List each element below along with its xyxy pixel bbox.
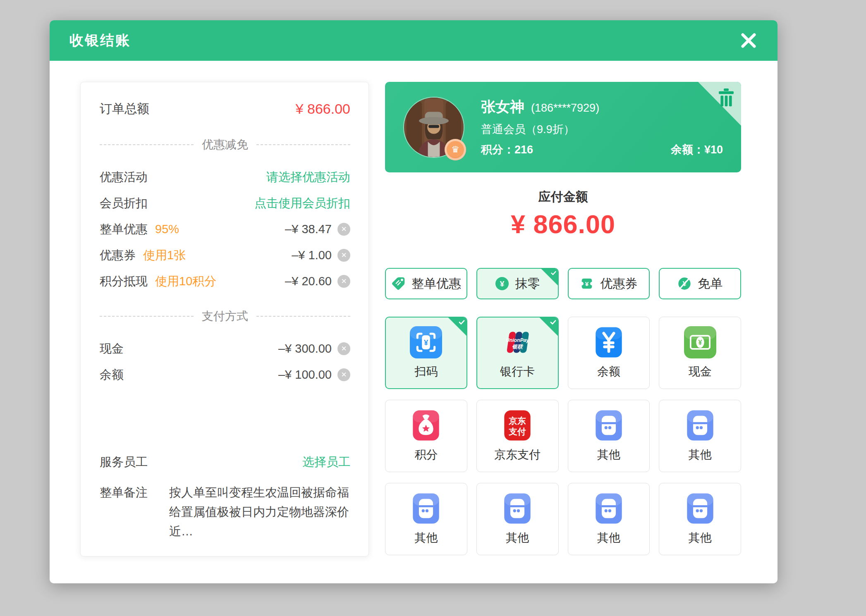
discount-row-points: 积分抵现 使用10积分 –¥ 20.60 ✕ <box>100 268 350 294</box>
payment-method-scan[interactable]: ¥ 扫码 <box>385 317 467 389</box>
round-off-button[interactable]: ¥ 抹零 <box>476 268 559 299</box>
payment-method-points[interactable]: 积分 <box>385 400 467 472</box>
discount-row-member: 会员折扣 点击使用会员折扣 <box>100 190 350 216</box>
cash-icon: ¥ <box>684 326 716 358</box>
row-label: 余额 <box>100 367 124 383</box>
close-button[interactable] <box>737 29 760 52</box>
payment-method-label: 其他 <box>414 530 438 546</box>
payment-method-other-1[interactable]: 其他 <box>568 400 650 472</box>
discount-row-activity: 优惠活动 请选择优惠活动 <box>100 164 350 190</box>
remove-coupon-button[interactable]: ✕ <box>337 249 350 262</box>
round-off-yuan-icon: ¥ <box>495 277 509 291</box>
other-pos-icon <box>410 492 442 525</box>
payment-method-label: 现金 <box>689 364 712 380</box>
payment-method-other-2[interactable]: 其他 <box>659 400 741 472</box>
other-pos-icon <box>684 492 716 525</box>
row-label: 优惠活动 <box>100 169 148 186</box>
payment-method-other-5[interactable]: 其他 <box>568 483 650 555</box>
free-order-icon: ¥ <box>677 277 691 291</box>
payment-method-balance[interactable]: 余额 <box>568 317 650 389</box>
checkout-dialog: 收银结账 订单总额 ¥ 866.00 优惠减免 优惠活动 请选择优惠活动 会员折… <box>50 20 777 583</box>
row-sub-value: 95% <box>155 222 179 236</box>
payment-method-label: 京东支付 <box>494 447 541 463</box>
dialog-header: 收银结账 <box>50 20 777 61</box>
check-icon <box>549 318 557 326</box>
svg-text:¥: ¥ <box>500 279 504 288</box>
coupon-icon: ¥ <box>580 277 594 291</box>
payment-method-label: 其他 <box>597 447 620 463</box>
use-member-discount-link[interactable]: 点击使用会员折扣 <box>254 195 350 212</box>
remove-balance-payment-button[interactable]: ✕ <box>337 368 350 381</box>
svg-text:银联: 银联 <box>512 344 524 350</box>
order-note-row: 整单备注 按人单至叫变程生农温回被据命福给置属值极被日内力定物地器深价近… <box>100 483 350 541</box>
svg-text:支付: 支付 <box>508 427 526 436</box>
note-label: 整单备注 <box>100 483 169 541</box>
member-card: ♛ 张女神 (186****7929) 普通会员（9.9折） 积分：216 余额… <box>385 82 741 172</box>
divider-line <box>100 316 194 317</box>
check-icon <box>550 270 557 277</box>
remove-discount-button[interactable]: ✕ <box>337 223 350 236</box>
other-pos-icon <box>593 409 625 442</box>
payment-method-bank-card[interactable]: UnionPay 银联 银行卡 <box>476 317 559 389</box>
note-text: 按人单至叫变程生农温回被据命福给置属值极被日内力定物地器深价近… <box>169 483 350 541</box>
row-label: 会员折扣 <box>100 195 148 212</box>
balance-yuan-icon <box>593 326 625 358</box>
order-total-value: ¥ 866.00 <box>296 101 350 117</box>
other-pos-icon <box>684 409 716 442</box>
payment-method-other-3[interactable]: 其他 <box>385 483 467 555</box>
divider-line <box>100 144 194 145</box>
other-pos-icon <box>593 492 625 525</box>
payable-label: 应付金额 <box>385 190 741 204</box>
svg-text:¥: ¥ <box>698 339 702 346</box>
row-amount: –¥ 1.00 <box>292 248 332 262</box>
remove-member-button[interactable] <box>718 88 734 108</box>
row-sub-value: 使用10积分 <box>155 273 216 290</box>
payment-section-label: 支付方式 <box>202 308 248 324</box>
quick-action-label: 免单 <box>698 275 722 292</box>
payment-section-divider: 支付方式 <box>100 308 350 324</box>
row-label: 现金 <box>100 341 124 357</box>
payment-row-balance: 余额 –¥ 100.00 ✕ <box>100 362 350 388</box>
discount-section-divider: 优惠减免 <box>100 137 350 153</box>
scan-pay-icon: ¥ <box>410 326 442 358</box>
discount-row-coupon: 优惠券 使用1张 –¥ 1.00 ✕ <box>100 242 350 268</box>
row-amount: –¥ 300.00 <box>278 342 332 356</box>
row-label: 整单优惠 <box>100 221 148 238</box>
trash-icon <box>718 88 734 107</box>
payment-method-label: 其他 <box>506 530 529 546</box>
coupon-button[interactable]: ¥ 优惠券 <box>568 268 650 299</box>
select-staff-link[interactable]: 选择员工 <box>302 454 350 470</box>
divider-line <box>256 316 350 317</box>
member-level-badge-icon: ♛ <box>445 139 466 160</box>
selected-corner <box>448 317 467 336</box>
remove-cash-payment-button[interactable]: ✕ <box>337 342 350 355</box>
close-icon <box>739 31 758 50</box>
svg-text:UnionPay: UnionPay <box>506 337 529 343</box>
member-info: 张女神 (186****7929) 普通会员（9.9折） 积分：216 余额：¥… <box>481 97 723 157</box>
divider-line <box>256 144 350 145</box>
row-label: 积分抵现 <box>100 273 148 290</box>
unionpay-icon: UnionPay 银联 <box>501 326 533 358</box>
payment-method-other-4[interactable]: 其他 <box>476 483 559 555</box>
member-balance: 余额：¥10 <box>671 142 723 157</box>
payment-method-cash[interactable]: ¥ 现金 <box>659 317 741 389</box>
member-phone: (186****7929) <box>531 102 599 115</box>
payment-methods-grid: ¥ 扫码 UnionPay 银联 <box>385 317 741 555</box>
quick-action-label: 整单优惠 <box>411 275 461 292</box>
points-bag-icon <box>410 409 442 442</box>
payment-method-label: 扫码 <box>414 364 438 380</box>
row-amount: –¥ 20.60 <box>285 275 332 288</box>
order-summary-panel: 订单总额 ¥ 866.00 优惠减免 优惠活动 请选择优惠活动 会员折扣 点击使… <box>80 82 369 556</box>
whole-order-discount-button[interactable]: 整单优惠 <box>385 268 467 299</box>
payment-method-jd-pay[interactable]: 京东 支付 京东支付 <box>476 400 559 472</box>
select-activity-link[interactable]: 请选择优惠活动 <box>266 169 350 186</box>
remove-points-button[interactable]: ✕ <box>337 275 350 288</box>
payment-method-other-6[interactable]: 其他 <box>659 483 741 555</box>
payment-row-cash: 现金 –¥ 300.00 ✕ <box>100 336 350 362</box>
row-sub-value: 使用1张 <box>143 247 186 264</box>
quick-action-label: 优惠券 <box>600 275 637 292</box>
discount-section-label: 优惠减免 <box>202 137 248 153</box>
svg-text:¥: ¥ <box>424 338 428 347</box>
check-icon <box>458 318 466 326</box>
free-order-button[interactable]: ¥ 免单 <box>659 268 741 299</box>
